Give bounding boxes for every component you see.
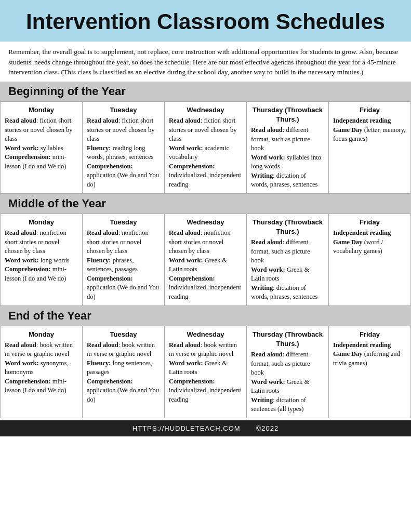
section-header-0: Beginning of the Year (0, 82, 411, 101)
table-cell-0-4: FridayIndependent readingGame Day (lette… (329, 101, 411, 193)
cell-content-2-0-2: Comprehension: mini-lesson (I do and We … (5, 377, 78, 395)
cell-content-2-2-2: Comprehension: individualized, independe… (169, 377, 242, 405)
section-title-0: Beginning of the Year (8, 85, 403, 98)
footer-url: HTTPS://HUDDLETEACH.COM (132, 424, 241, 432)
schedule-table-2: MondayRead aloud: book written in verse … (0, 326, 411, 418)
cell-content-1-1-0: Read aloud: nonfiction short stories or … (87, 229, 160, 256)
section-2: End of the YearMondayRead aloud: book wr… (0, 306, 411, 418)
cell-content-1-3-2: Writing: dictation of words, phrases, se… (251, 284, 324, 302)
footer-copyright: ©2022 (256, 424, 279, 432)
cell-content-0-3-2: Writing: dictation of words, phrases, se… (251, 171, 324, 190)
day-label-1-4: Friday (333, 218, 406, 227)
day-label-1-0: Monday (5, 218, 78, 227)
cell-content-0-0-0: Read aloud: fiction short stories or nov… (5, 116, 78, 144)
cell-content-1-4-0: Independent reading (333, 229, 406, 238)
table-cell-1-4: FridayIndependent readingGame Day (word … (329, 214, 411, 305)
cell-content-0-0-1: Word work: syllables (5, 144, 78, 153)
cell-content-1-3-0: Read aloud: different format, such as pi… (251, 238, 324, 265)
cell-content-0-2-0: Read aloud: fiction short stories or nov… (169, 116, 242, 144)
table-cell-2-0: MondayRead aloud: book written in verse … (1, 326, 83, 418)
table-cell-2-3: Thursday (Throwback Thurs.)Read aloud: d… (247, 326, 329, 418)
table-cell-0-2: WednesdayRead aloud: fiction short stori… (165, 101, 247, 193)
table-cell-0-1: TuesdayRead aloud: fiction short stories… (83, 101, 165, 193)
table-cell-1-1: TuesdayRead aloud: nonfiction short stor… (83, 214, 165, 305)
day-label-0-4: Friday (333, 105, 406, 115)
cell-content-1-0-0: Read aloud: nonfiction short stories or … (5, 229, 78, 256)
cell-content-1-2-1: Word work: Greek & Latin roots (169, 256, 242, 274)
cell-content-1-3-1: Word work: Greek & Latin roots (251, 265, 324, 284)
table-cell-1-2: WednesdayRead aloud: nonfiction short st… (165, 214, 247, 305)
section-0: Beginning of the YearMondayRead aloud: f… (0, 82, 411, 194)
cell-content-2-3-1: Word work: Greek & Latin roots (251, 378, 324, 396)
day-label-2-2: Wednesday (169, 330, 242, 339)
cell-content-1-0-1: Word work: long words (5, 256, 78, 265)
page-title: Intervention Classroom Schedules (10, 9, 401, 34)
cell-content-0-2-1: Word work: academic vocabulary (169, 144, 242, 162)
day-label-0-0: Monday (5, 105, 78, 115)
page-header: Intervention Classroom Schedules (0, 0, 411, 42)
cell-content-0-4-0: Independent reading (333, 116, 406, 126)
cell-content-2-3-2: Writing: dictation of sentences (all typ… (251, 396, 324, 414)
table-cell-2-1: TuesdayRead aloud: book written in verse… (83, 326, 165, 418)
cell-content-2-4-0: Independent reading (333, 341, 406, 350)
cell-content-1-4-1: Game Day (word / vocabulary games) (333, 238, 406, 256)
cell-content-0-1-0: Read aloud: fiction short stories or nov… (87, 116, 160, 144)
cell-content-2-4-1: Game Day (inferring and trivia games) (333, 350, 406, 368)
table-cell-0-3: Thursday (Throwback Thurs.)Read aloud: d… (247, 101, 329, 193)
cell-content-1-0-2: Comprehension: mini-lesson (I do and We … (5, 265, 78, 283)
cell-content-1-1-1: Fluency: phrases, sentences, passages (87, 256, 160, 274)
table-cell-2-2: WednesdayRead aloud: book written in ver… (165, 326, 247, 418)
section-1: Middle of the YearMondayRead aloud: nonf… (0, 194, 411, 306)
page: Intervention Classroom Schedules Remembe… (0, 0, 411, 436)
section-header-2: End of the Year (0, 306, 411, 326)
day-label-2-0: Monday (5, 330, 78, 339)
schedule-table-1: MondayRead aloud: nonfiction short stori… (0, 214, 411, 306)
section-title-1: Middle of the Year (8, 197, 403, 210)
cell-content-0-1-1: Fluency: reading long words, phrases, se… (87, 144, 160, 162)
cell-content-0-3-0: Read aloud: different format, such as pi… (251, 126, 324, 153)
day-label-0-1: Tuesday (87, 105, 160, 115)
cell-content-0-2-2: Comprehension: individualized, independe… (169, 162, 242, 190)
page-footer: HTTPS://HUDDLETEACH.COM ©2022 (0, 420, 411, 436)
cell-content-2-1-0: Read aloud: book written in verse or gra… (87, 341, 160, 359)
cell-content-1-1-2: Comprehension: application (We do and Yo… (87, 274, 160, 302)
cell-content-2-3-0: Read aloud: different format, such as pi… (251, 350, 324, 378)
day-label-0-3: Thursday (Throwback Thurs.) (251, 105, 324, 124)
table-cell-0-0: MondayRead aloud: fiction short stories … (1, 101, 83, 193)
table-cell-1-3: Thursday (Throwback Thurs.)Read aloud: d… (247, 214, 329, 305)
intro-text: Remember, the overall goal is to supplem… (0, 42, 411, 82)
cell-content-0-4-1: Game Day (letter, memory, focus games) (333, 126, 406, 144)
day-label-1-1: Tuesday (87, 218, 160, 227)
section-header-1: Middle of the Year (0, 194, 411, 214)
day-label-1-2: Wednesday (169, 218, 242, 227)
day-label-2-4: Friday (333, 330, 406, 339)
cell-content-0-1-2: Comprehension: application (We do and Yo… (87, 162, 160, 190)
table-cell-2-4: FridayIndependent readingGame Day (infer… (329, 326, 411, 418)
cell-content-2-2-1: Word work: Greek & Latin roots (169, 359, 242, 377)
schedule-table-0: MondayRead aloud: fiction short stories … (0, 101, 411, 194)
section-title-2: End of the Year (8, 309, 403, 323)
table-cell-1-0: MondayRead aloud: nonfiction short stori… (1, 214, 83, 305)
day-label-1-3: Thursday (Throwback Thurs.) (251, 218, 324, 236)
cell-content-1-2-0: Read aloud: nonfiction short stories or … (169, 229, 242, 256)
cell-content-2-0-0: Read aloud: book written in verse or gra… (5, 341, 78, 359)
cell-content-0-0-2: Comprehension: mini-lesson (I do and We … (5, 153, 78, 171)
cell-content-0-3-1: Word work: syllables into long words (251, 153, 324, 171)
cell-content-2-2-0: Read aloud: book written in verse or gra… (169, 341, 242, 359)
cell-content-2-1-1: Fluency: long sentences, passages (87, 359, 160, 377)
cell-content-1-2-2: Comprehension: individualized, independe… (169, 274, 242, 302)
day-label-2-3: Thursday (Throwback Thurs.) (251, 330, 324, 349)
cell-content-2-0-1: Word work: synonyms, homonyms (5, 359, 78, 377)
cell-content-2-1-2: Comprehension: application (We do and Yo… (87, 377, 160, 405)
day-label-2-1: Tuesday (87, 330, 160, 339)
day-label-0-2: Wednesday (169, 105, 242, 115)
